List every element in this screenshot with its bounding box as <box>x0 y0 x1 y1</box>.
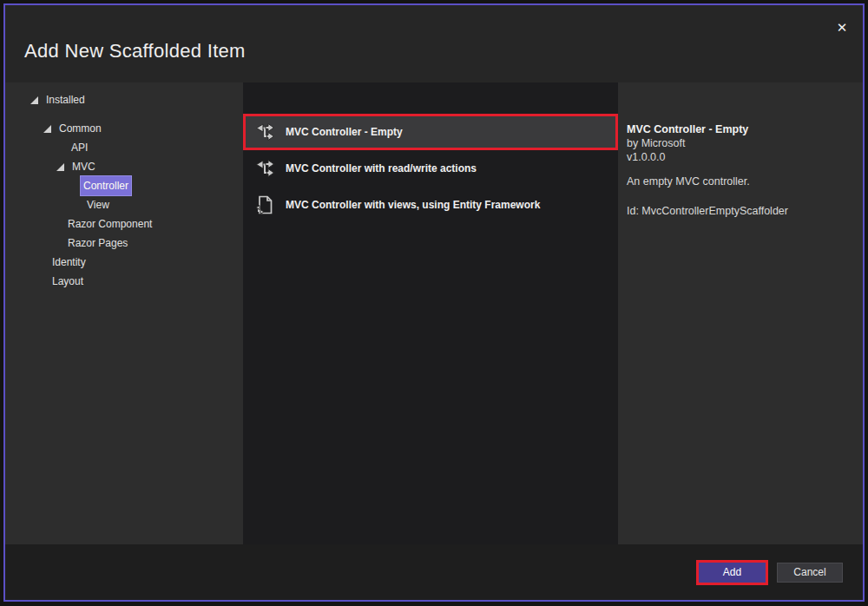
tree-item-mvc[interactable]: MVC <box>5 157 243 176</box>
annotation-highlight: Add <box>696 560 768 585</box>
expand-arrow-icon[interactable] <box>56 163 69 171</box>
list-item-mvc-controller-empty[interactable]: MVC Controller - Empty <box>243 114 618 150</box>
tree-item-identity[interactable]: Identity <box>5 253 243 272</box>
tree-item-razor-component[interactable]: Razor Component <box>5 214 243 234</box>
tree-item-common[interactable]: Common <box>5 119 243 138</box>
mvc-controller-icon <box>253 157 275 180</box>
cancel-button[interactable]: Cancel <box>777 563 843 583</box>
details-version: v1.0.0.0 <box>627 150 852 164</box>
dialog-content: Installed Common API MVC Controller View… <box>5 82 863 544</box>
tree-item-controller[interactable]: Controller <box>5 176 243 195</box>
title-bar: Add New Scaffolded Item ✕ <box>5 5 863 82</box>
list-item-mvc-controller-views-ef[interactable]: MVC Controller with views, using Entity … <box>243 187 618 223</box>
details-panel: MVC Controller - Empty by Microsoft v1.0… <box>618 82 863 544</box>
expand-arrow-icon[interactable] <box>30 96 43 104</box>
template-list: MVC Controller - Empty MVC Controller wi… <box>243 82 618 544</box>
close-icon[interactable]: ✕ <box>830 16 854 39</box>
expand-arrow-icon[interactable] <box>43 125 56 133</box>
mvc-controller-views-icon <box>253 194 275 216</box>
tree-item-view[interactable]: View <box>5 195 243 214</box>
add-new-scaffolded-item-dialog: Add New Scaffolded Item ✕ Installed Comm… <box>3 3 865 602</box>
list-item-mvc-controller-readwrite[interactable]: MVC Controller with read/write actions <box>243 150 618 187</box>
selected-tree-node: Controller <box>80 175 132 196</box>
tree-item-api[interactable]: API <box>5 138 243 157</box>
dialog-title: Add New Scaffolded Item <box>24 40 246 63</box>
dialog-footer: Add Cancel <box>5 544 863 600</box>
tree-item-razor-pages[interactable]: Razor Pages <box>5 234 243 253</box>
add-button[interactable]: Add <box>699 563 766 583</box>
tree-item-layout[interactable]: Layout <box>5 272 243 291</box>
details-author: by Microsoft <box>627 136 852 150</box>
details-id: Id: MvcControllerEmptyScaffolder <box>627 204 852 218</box>
details-description: An empty MVC controller. <box>627 175 852 188</box>
details-title: MVC Controller - Empty <box>627 122 852 136</box>
category-tree: Installed Common API MVC Controller View… <box>5 82 243 544</box>
mvc-controller-icon <box>253 121 275 143</box>
tree-item-installed[interactable]: Installed <box>5 90 243 109</box>
